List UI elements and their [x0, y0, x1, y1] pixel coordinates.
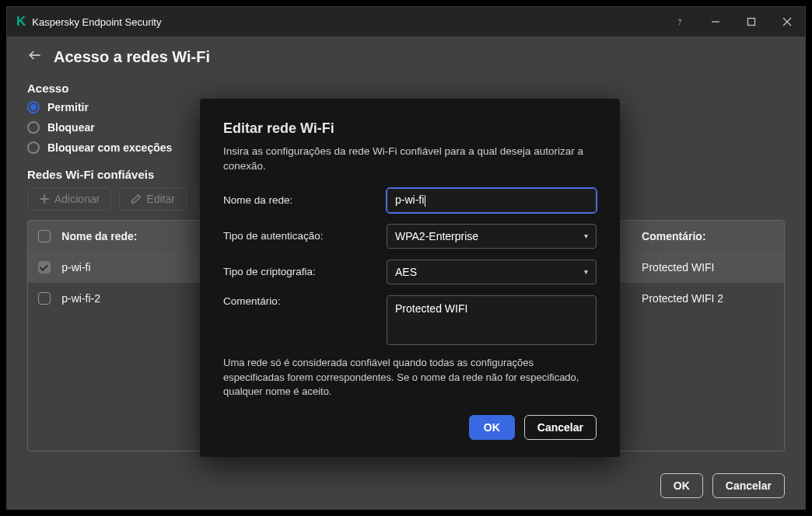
label-comment: Comentário: — [223, 295, 387, 307]
text-caret-icon — [425, 195, 425, 207]
label-network-name: Nome da rede: — [223, 194, 387, 206]
field-comment: Comentário: Protected WIFI — [223, 295, 597, 345]
dialog-footer: OK Cancelar — [223, 415, 597, 440]
field-encryption-type: Tipo de criptografia: AES ▾ — [223, 260, 597, 284]
dialog-cancel-button[interactable]: Cancelar — [524, 415, 597, 440]
dialog-ok-button[interactable]: OK — [469, 415, 515, 440]
chevron-down-icon: ▾ — [584, 232, 588, 240]
network-name-input[interactable]: p-wi-fi — [387, 188, 597, 213]
dialog-hint: Uma rede só é considerada confiável quan… — [223, 356, 597, 400]
comment-textarea[interactable]: Protected WIFI — [387, 295, 597, 345]
auth-type-select[interactable]: WPA2-Enterprise ▾ — [387, 224, 597, 249]
label-encryption-type: Tipo de criptografia: — [223, 266, 387, 277]
edit-wifi-dialog: Editar rede Wi-Fi Insira as configuraçõe… — [200, 99, 620, 457]
chevron-down-icon: ▾ — [584, 267, 588, 276]
app-window: K Kaspersky Endpoint Security Acesso a r… — [6, 6, 806, 510]
field-network-name: Nome da rede: p-wi-fi — [223, 188, 597, 213]
dialog-description: Insira as configurações da rede Wi-Fi co… — [223, 145, 597, 174]
dialog-title: Editar rede Wi-Fi — [223, 120, 597, 137]
encryption-type-select[interactable]: AES ▾ — [387, 260, 597, 284]
label-auth-type: Tipo de autenticação: — [223, 230, 387, 242]
field-auth-type: Tipo de autenticação: WPA2-Enterprise ▾ — [223, 224, 597, 249]
